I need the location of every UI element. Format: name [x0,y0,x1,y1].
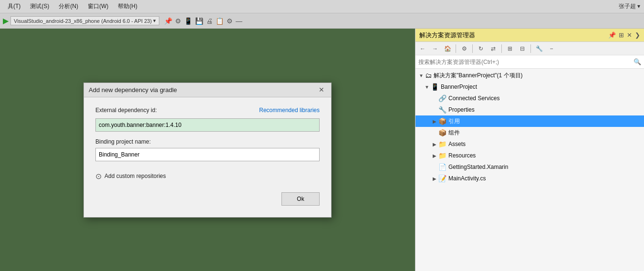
toolbar-icon-3[interactable]: 📱 [184,17,192,25]
comp-label: 组件 [448,129,460,137]
menu-analyze[interactable]: 分析(N) [55,1,82,11]
sep4 [530,44,531,53]
solution-search: 🔍 [415,55,644,69]
run-button[interactable]: ▶ [3,16,9,25]
dialog-footer: Ok [95,190,320,206]
references-item[interactable]: ▶ 📦 引用 [415,115,644,127]
external-dep-input[interactable] [95,118,320,132]
solution-panel-header: 解决方案资源管理器 📌 ⊞ ✕ ❯ [415,29,644,42]
solution-panel-title: 解决方案资源管理器 [419,31,475,40]
ma-label: MainActivity.cs [448,175,486,182]
ma-icon: 📝 [438,175,447,182]
res-icon: 📁 [438,152,447,159]
ref-label: 引用 [448,117,460,125]
toolbar-icon-6[interactable]: 📋 [216,17,224,25]
sep1 [456,44,456,53]
checkbox-label: Add custom repositories [104,173,166,179]
dialog-close-button[interactable]: ✕ [317,85,326,94]
assets-expand: ▶ [431,142,438,147]
dialog-titlebar: Add new dependency via gradle ✕ [84,83,331,97]
comp-expand [431,130,438,136]
solution-toolbar: ← → 🏠 ⚙ ↻ ⇄ ⊞ ⊟ 🔧 − [415,42,644,55]
minus-button[interactable]: − [546,43,557,54]
tree-view: ▼ 🗂 解决方案"BannerProject"(1 个项目) ▼ 📱 Banne… [415,69,644,271]
binding-name-label: Binding project name: [95,138,320,145]
ok-button[interactable]: Ok [281,192,320,206]
menu-window[interactable]: 窗口(W) [84,1,112,11]
properties-item[interactable]: 🔧 Properties [415,104,644,115]
device-selector[interactable]: VisualStudio_android-23_x86_phone (Andro… [10,16,159,25]
toolbar-icon-5[interactable]: 🖨 [206,17,213,25]
toolbar-icon-1[interactable]: 📌 [164,17,172,25]
ref-expand: ▶ [431,119,438,124]
user-label[interactable]: 张子超 ▾ [619,2,640,10]
res-expand: ▶ [431,153,438,158]
components-item[interactable]: 📦 组件 [415,127,644,138]
assets-icon: 📁 [438,140,447,148]
main-area: 解决方案资源管理器 📌 ⊞ ✕ ❯ ← → 🏠 ⚙ ↻ ⇄ ⊞ ⊟ 🔧 − [0,29,644,271]
solution-label: 解决方案"BannerProject"(1 个项目) [434,72,523,80]
project-icon: 📱 [431,83,439,91]
toolbar-icon-8[interactable]: — [236,17,242,25]
wrench-button[interactable]: 🔧 [534,43,544,54]
extra-icon[interactable]: ❯ [635,31,640,39]
cs-label: Connected Services [448,95,499,102]
menu-help[interactable]: 帮助(H) [114,1,141,11]
ref-icon: 📦 [438,117,447,125]
connected-services-item[interactable]: 🔗 Connected Services [415,93,644,104]
menu-bar: 具(T) 测试(S) 分析(N) 窗口(W) 帮助(H) 张子超 ▾ [0,0,644,13]
external-dep-row: External dependency id: Recommended libr… [95,107,320,116]
recommended-libraries-link[interactable]: Recommended libraries [259,107,320,114]
assets-item[interactable]: ▶ 📁 Assets [415,138,644,150]
dialog-title: Add new dependency via gradle [89,86,177,94]
pin-icon[interactable]: 📌 [608,31,616,39]
home-button[interactable]: 🏠 [442,43,453,54]
search-input[interactable] [418,59,632,65]
toolbar-icon-7[interactable]: ⚙ [227,17,233,25]
gs-label: GettingStarted.Xamarin [448,164,508,170]
toolbar-icons: 📌 ⚙ 📱 💾 🖨 📋 ⚙ — [164,17,242,25]
toolbar-icon-2[interactable]: ⚙ [175,17,181,25]
dialog-body: External dependency id: Recommended libr… [84,97,331,217]
dock-icon[interactable]: ⊞ [619,31,624,39]
gs-expand [431,165,438,170]
view2-button[interactable]: ⊟ [517,43,528,54]
refresh-button[interactable]: ↻ [476,43,486,54]
back-button[interactable]: ← [417,43,428,54]
prop-icon: 🔧 [438,106,447,114]
project-label: BannerProject [441,83,477,90]
resources-item[interactable]: ▶ 📁 Resources [415,150,644,161]
sep3 [501,44,502,53]
project-root[interactable]: ▼ 📱 BannerProject [415,81,644,93]
toolbar: ▶ VisualStudio_android-23_x86_phone (And… [0,13,644,29]
solution-root[interactable]: ▼ 🗂 解决方案"BannerProject"(1 个项目) [415,70,644,81]
sep2 [472,44,473,53]
dropdown-icon: ▾ [153,18,156,24]
close-panel-icon[interactable]: ✕ [627,31,632,39]
mainactivity-item[interactable]: ▶ 📝 MainActivity.cs [415,173,644,184]
solution-expand: ▼ [417,73,425,78]
view-button[interactable]: ⊞ [505,43,515,54]
device-label: VisualStudio_android-23_x86_phone (Andro… [14,18,152,24]
sync-button[interactable]: ⇄ [488,43,499,54]
solution-icon: 🗂 [425,72,432,79]
menu-test[interactable]: 测试(S) [26,1,53,11]
checkbox-icon[interactable]: ⊙ [95,172,102,181]
solution-panel: 解决方案资源管理器 📌 ⊞ ✕ ❯ ← → 🏠 ⚙ ↻ ⇄ ⊞ ⊟ 🔧 − [415,29,644,271]
assets-label: Assets [448,141,466,147]
settings-button[interactable]: ⚙ [459,43,469,54]
comp-icon: 📦 [438,129,447,136]
forward-button[interactable]: → [430,43,440,54]
toolbar-icon-4[interactable]: 💾 [195,17,203,25]
res-label: Resources [448,152,476,159]
binding-name-input[interactable] [95,148,320,161]
prop-label: Properties [448,106,475,113]
project-expand: ▼ [423,84,431,90]
cs-icon: 🔗 [438,94,447,102]
search-icon[interactable]: 🔍 [634,58,641,65]
ma-expand: ▶ [431,176,438,181]
panel-header-icons: 📌 ⊞ ✕ ❯ [608,31,640,39]
add-dependency-dialog: Add new dependency via gradle ✕ External… [83,83,332,218]
menu-tools[interactable]: 具(T) [4,1,24,11]
getting-started-item[interactable]: 📄 GettingStarted.Xamarin [415,161,644,173]
